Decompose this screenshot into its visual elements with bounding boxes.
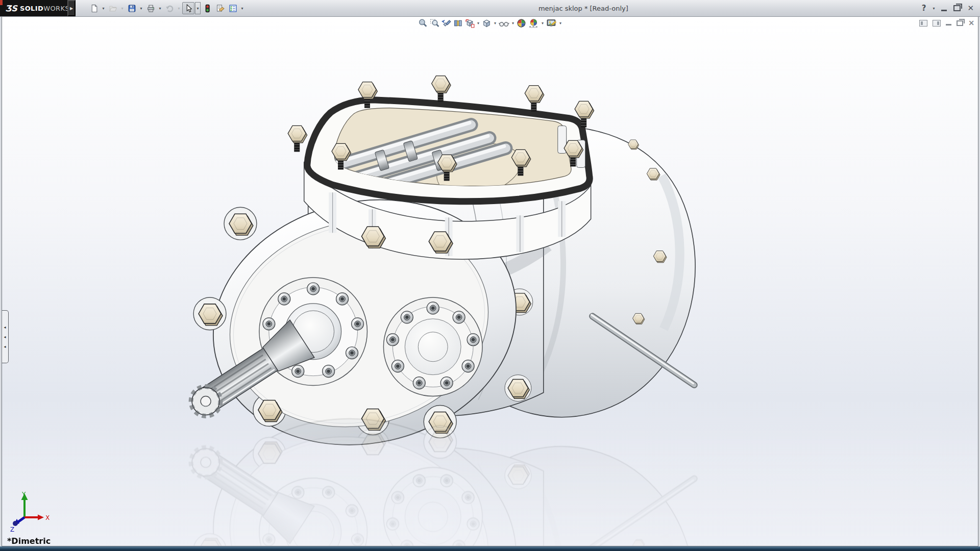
options-checklist-icon [229, 4, 237, 13]
help-dropdown[interactable]: ▾ [933, 6, 935, 11]
doc-restore-button[interactable] [957, 20, 963, 26]
new-document-dropdown[interactable]: ▾ [101, 2, 106, 14]
restore-button[interactable] [953, 5, 961, 11]
edit-appearance-button[interactable] [516, 18, 527, 29]
previous-view-button[interactable] [441, 18, 452, 29]
help-button[interactable]: ? [922, 4, 926, 13]
solidworks-logo-bold: SOLID [20, 5, 43, 12]
display-style-button[interactable] [481, 18, 492, 29]
reference-triad: Y X Z [8, 491, 52, 536]
select-tool-dropdown[interactable]: ▾ [195, 2, 201, 14]
new-document-button[interactable] [88, 2, 100, 14]
previous-view-icon [442, 18, 451, 28]
restore-icon [953, 5, 961, 11]
gearbox-assembly-model[interactable] [189, 76, 695, 474]
save-floppy-icon [128, 4, 136, 13]
new-document-icon [90, 4, 99, 13]
print-icon [146, 4, 155, 13]
triad-z-label: Z [10, 526, 14, 533]
view-settings-button[interactable] [546, 18, 557, 29]
doc-minimize-icon [946, 24, 951, 26]
hide-show-items-glasses-icon [499, 18, 509, 28]
view-orientation-icon [465, 18, 475, 28]
doc-close-button[interactable]: ✕ [968, 19, 974, 27]
window-bottom-edge [0, 546, 980, 551]
zoom-to-fit-icon [418, 18, 428, 28]
doc-minimize-button[interactable] [946, 20, 951, 26]
solidworks-logo-light: WORKS [43, 5, 69, 12]
window-controls: ? ▾ ✕ [922, 4, 974, 13]
collapse-arrow-icon: ◂ [4, 335, 6, 339]
file-properties-icon [216, 4, 225, 13]
close-button[interactable]: ✕ [967, 5, 974, 12]
options-dropdown[interactable]: ▾ [239, 2, 245, 14]
view-orientation-dropdown[interactable]: ▾ [476, 21, 480, 26]
section-view-button[interactable] [453, 18, 463, 29]
collapse-arrow-icon: ◂ [4, 344, 6, 349]
undo-dropdown[interactable]: ▾ [176, 2, 182, 14]
apply-scene-icon [528, 18, 539, 28]
hide-show-items-button[interactable] [498, 18, 510, 29]
view-orientation-label: *Dimetric [7, 536, 51, 546]
reflection-fade [3, 421, 977, 546]
hide-show-items-dropdown[interactable]: ▾ [511, 21, 515, 26]
minimize-icon [941, 10, 947, 11]
triad-x-label: X [45, 514, 50, 521]
document-window-controls: ✕ [919, 19, 974, 27]
zoom-to-area-button[interactable] [429, 18, 440, 29]
view-settings-icon [546, 18, 557, 28]
select-tool-button[interactable] [182, 2, 194, 14]
undo-button[interactable] [163, 2, 176, 14]
left-pane-icon [919, 20, 927, 27]
toggle-right-pane-button[interactable] [933, 20, 941, 27]
rebuild-traffic-light-icon [203, 4, 212, 13]
graphics-area[interactable]: ▾ ▾ ▾ [2, 16, 978, 546]
solidworks-logo-glyph: ƷS [5, 4, 17, 13]
save-dropdown[interactable]: ▾ [138, 2, 144, 14]
edit-appearance-ball-icon [517, 18, 526, 28]
zoom-to-fit-button[interactable] [418, 18, 428, 29]
minimize-button[interactable] [941, 6, 947, 11]
heads-up-view-toolbar: ▾ ▾ ▾ [418, 18, 562, 29]
zoom-to-area-icon [430, 18, 439, 28]
open-document-dropdown[interactable]: ▾ [119, 2, 125, 14]
view-settings-dropdown[interactable]: ▾ [558, 21, 562, 26]
display-style-dropdown[interactable]: ▾ [493, 21, 497, 26]
section-view-icon [453, 18, 463, 28]
options-button[interactable] [227, 2, 239, 14]
titlebar: ƷS SOLIDWORKS ▶ ▾ ▾ [0, 0, 980, 17]
app-icon [0, 0, 3, 5]
solidworks-logo: ƷS SOLIDWORKS [0, 0, 67, 16]
right-pane-icon [933, 20, 941, 27]
print-dropdown[interactable]: ▾ [157, 2, 163, 14]
toggle-left-pane-button[interactable] [919, 20, 927, 27]
document-title: menjac sklop * [Read-only] [245, 5, 922, 12]
solidworks-window: ƷS SOLIDWORKS ▶ ▾ ▾ [0, 0, 980, 551]
save-button[interactable] [126, 2, 138, 14]
bearing-retainer-right[interactable] [383, 297, 482, 396]
toolbar-flyout-arrow[interactable]: ▶ [67, 0, 76, 16]
triad-y-label: Y [21, 491, 26, 498]
undo-icon [165, 4, 174, 13]
open-document-button[interactable] [107, 2, 119, 14]
open-folder-icon [109, 4, 117, 13]
view-orientation-button[interactable] [464, 18, 475, 29]
feature-manager-collapsed-tab[interactable]: ◂ ◂ ◂ [2, 310, 9, 363]
rebuild-button[interactable] [201, 2, 213, 14]
apply-scene-dropdown[interactable]: ▾ [541, 21, 545, 26]
collapse-arrow-icon: ◂ [4, 325, 6, 330]
standard-toolbar: ▾ ▾ ▾ [88, 0, 245, 16]
apply-scene-button[interactable] [528, 18, 540, 29]
display-style-icon [482, 18, 492, 28]
select-cursor-icon [184, 4, 193, 13]
model-canvas[interactable] [2, 17, 978, 546]
doc-restore-icon [957, 20, 963, 26]
file-properties-button[interactable] [214, 2, 226, 14]
print-button[interactable] [144, 2, 157, 14]
